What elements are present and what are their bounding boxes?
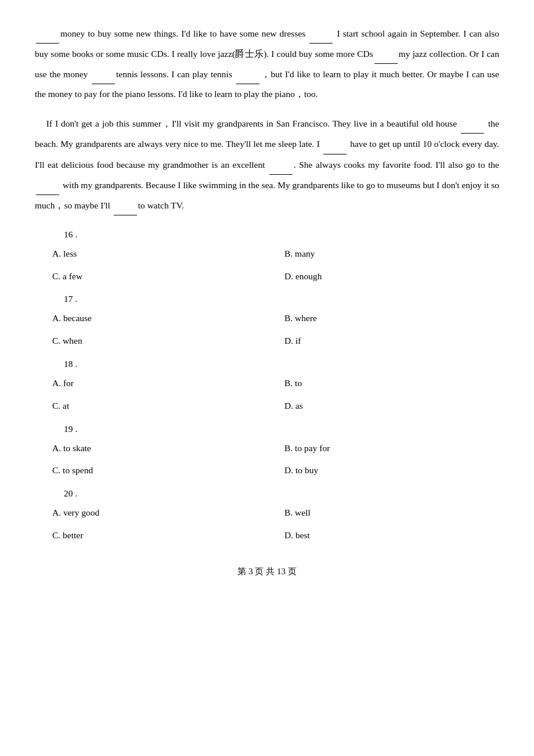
page-footer: 第 3 页 共 13 页	[35, 566, 499, 577]
option-17-b[interactable]: B. where	[267, 311, 499, 326]
blank-2	[309, 23, 333, 44]
option-17-c[interactable]: C. when	[35, 334, 267, 348]
option-17-a[interactable]: A. because	[35, 311, 267, 326]
blank-1	[36, 23, 59, 44]
question-20-number: 20 .	[64, 488, 499, 499]
question-17-number: 17 .	[64, 294, 499, 304]
option-20-d[interactable]: D. best	[267, 528, 499, 543]
option-20-a[interactable]: A. very good	[35, 506, 267, 520]
blank-9	[36, 175, 59, 195]
option-19-c[interactable]: C. to spend	[35, 463, 267, 478]
blank-5	[236, 64, 259, 84]
blank-10	[114, 195, 137, 215]
option-16-b[interactable]: B. many	[267, 247, 499, 261]
question-20-options: A. very good B. well C. better D. best	[35, 506, 499, 543]
option-18-b[interactable]: B. to	[267, 376, 499, 391]
blank-4	[92, 64, 115, 84]
option-17-d[interactable]: D. if	[267, 334, 499, 348]
option-16-d[interactable]: D. enough	[267, 269, 499, 284]
passage-text: money to buy some new things. I'd like t…	[35, 23, 499, 215]
blank-6	[461, 113, 484, 134]
option-20-c[interactable]: C. better	[35, 528, 267, 543]
passage-paragraph2: If I don't get a job this summer，I'll vi…	[35, 113, 499, 215]
question-19-number: 19 .	[64, 424, 499, 434]
option-19-b[interactable]: B. to pay for	[267, 441, 499, 456]
passage-paragraph1: money to buy some new things. I'd like t…	[35, 23, 499, 104]
blank-7	[323, 134, 347, 154]
question-18-options: A. for B. to C. at D. as	[35, 376, 499, 413]
option-19-d[interactable]: D. to buy	[267, 463, 499, 478]
option-16-a[interactable]: A. less	[35, 247, 267, 261]
option-19-a[interactable]: A. to skate	[35, 441, 267, 456]
question-16-number: 16 .	[64, 229, 499, 240]
question-19-options: A. to skate B. to pay for C. to spend D.…	[35, 441, 499, 478]
option-20-b[interactable]: B. well	[267, 506, 499, 520]
question-17-options: A. because B. where C. when D. if	[35, 311, 499, 348]
question-18-number: 18 .	[64, 359, 499, 369]
questions-section: 16 . A. less B. many C. a few D. enough …	[35, 229, 499, 543]
blank-3	[374, 44, 398, 64]
blank-8	[269, 154, 293, 175]
question-16-options: A. less B. many C. a few D. enough	[35, 247, 499, 284]
option-18-d[interactable]: D. as	[267, 399, 499, 413]
option-18-c[interactable]: C. at	[35, 399, 267, 413]
option-18-a[interactable]: A. for	[35, 376, 267, 391]
option-16-c[interactable]: C. a few	[35, 269, 267, 284]
